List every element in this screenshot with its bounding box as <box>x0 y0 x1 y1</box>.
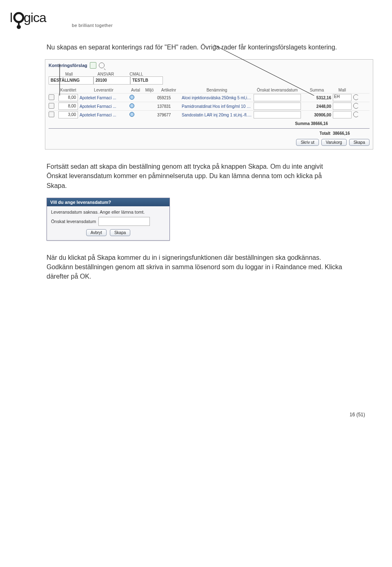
summa-total: 38666,16 <box>311 121 328 126</box>
h-onskat: Önskat leveransdatum <box>254 87 301 93</box>
qty-input[interactable]: 3,00 <box>58 111 78 118</box>
svg-point-1 <box>14 13 23 22</box>
mall-input[interactable]: EH <box>333 94 352 101</box>
benamning-link[interactable]: Aloxi injektionsvätska 250mkg 5 ml,inj.-… <box>182 96 252 100</box>
panel-title: Konteringsförslag <box>49 63 87 68</box>
summa-val: 2448,00 <box>303 104 331 109</box>
table-row: 8,00 Apoteket Farmaci ... 137831 Pamidro… <box>49 102 370 110</box>
logica-logo: l gica <box>10 10 67 30</box>
search-icon[interactable] <box>353 94 358 100</box>
h-miljo: Miljö <box>143 87 156 93</box>
paragraph-1: Nu skapas en separat konterings rad för … <box>47 42 343 52</box>
dialog-skapa-button[interactable]: Skapa <box>110 229 130 236</box>
svg-text:l: l <box>10 10 12 25</box>
logo: l gica be brilliant together <box>10 10 380 30</box>
h-mall2: Mall <box>333 87 352 93</box>
globe-icon[interactable] <box>129 95 134 100</box>
date-input[interactable] <box>254 103 301 110</box>
trash-icon[interactable] <box>49 94 54 100</box>
h-avtal: Avtal <box>129 87 142 93</box>
leverantor-link[interactable]: Apoteket Farmaci ... <box>80 104 128 109</box>
globe-icon[interactable] <box>129 103 134 108</box>
svg-point-3 <box>17 25 21 29</box>
val-ansvar: 20100 <box>94 76 130 85</box>
benamning-link[interactable]: Sandostatin LAR inj 20mg 1 st,inj.-fl. +… <box>182 113 252 117</box>
totalt-val: 38666,16 <box>333 131 370 136</box>
val-cmall: TESTLB <box>130 76 163 85</box>
summa-val: 30906,00 <box>303 113 331 117</box>
leverantor-link[interactable]: Apoteket Farmaci ... <box>80 96 128 100</box>
col-cmall: CMALL <box>122 72 151 76</box>
h-artikelnr: Artikelnr <box>157 87 180 93</box>
dialog-field-label: Önskat leveransdatum <box>51 219 96 224</box>
h-leverantor: Leverantör <box>80 87 128 93</box>
leverantor-link[interactable]: Apoteket Farmaci ... <box>80 113 128 117</box>
summa-val: 5312,16 <box>303 96 331 100</box>
val-mall: BESTÄLLNING <box>49 76 94 85</box>
qty-input[interactable]: 8,00 <box>58 94 78 101</box>
summa-label: Summa <box>295 121 310 126</box>
artikelnr: 379677 <box>157 113 180 117</box>
h-summa: Summa <box>303 87 331 93</box>
date-input[interactable] <box>254 94 301 101</box>
leveransdatum-input[interactable] <box>98 217 150 226</box>
table-row: 8,00 Apoteket Farmaci ... 059215 Aloxi i… <box>49 93 370 102</box>
konteringsforslag-panel: Konteringsförslag Mall ANSVAR CMALL BEST… <box>45 59 373 150</box>
dialog-title: Vill du ange leveransdatum? <box>47 198 169 206</box>
svg-text:gica: gica <box>24 10 47 25</box>
leveransdatum-dialog: Vill du ange leveransdatum? Leveransdatu… <box>47 198 170 241</box>
col-ansvar: ANSVAR <box>89 72 122 76</box>
col-mall: Mall <box>49 72 89 76</box>
mall-input[interactable] <box>333 111 352 118</box>
trash-icon[interactable] <box>49 112 54 117</box>
sheet-icon[interactable] <box>90 62 96 69</box>
varukorg-button[interactable]: Varukorg <box>321 139 347 146</box>
page-number: 16 (51) <box>10 412 365 417</box>
totalt-label: Totalt <box>320 131 330 136</box>
mall-input[interactable] <box>333 103 352 110</box>
paragraph-3: När du klickat på Skapa kommer du in i s… <box>47 253 343 281</box>
avbryt-button[interactable]: Avbryt <box>86 229 107 236</box>
artikelnr: 059215 <box>157 96 180 100</box>
h-benamning: Benämning <box>182 87 252 93</box>
paragraph-2: Fortsätt sedan att skapa din beställning… <box>47 162 343 190</box>
qty-input[interactable]: 8,00 <box>58 103 78 110</box>
trash-icon[interactable] <box>49 103 54 109</box>
benamning-link[interactable]: Pamidronatdinat Hos inf 6mg/ml 10 ml,in.… <box>182 104 252 109</box>
skrivut-button[interactable]: Skriv ut <box>296 139 318 146</box>
dialog-message: Leveransdatum saknas. Ange eller lämna t… <box>51 210 165 214</box>
search-icon[interactable] <box>99 63 105 68</box>
skapa-button[interactable]: Skapa <box>349 139 370 146</box>
h-kvantitet: Kvantitet <box>58 87 78 93</box>
tagline: be brilliant together <box>72 23 113 28</box>
table-row: 3,00 Apoteket Farmaci ... 379677 Sandost… <box>49 110 370 119</box>
globe-icon[interactable] <box>129 112 134 117</box>
search-icon[interactable] <box>353 103 358 109</box>
date-input[interactable] <box>254 111 301 118</box>
search-icon[interactable] <box>353 112 358 117</box>
artikelnr: 137831 <box>157 104 180 109</box>
